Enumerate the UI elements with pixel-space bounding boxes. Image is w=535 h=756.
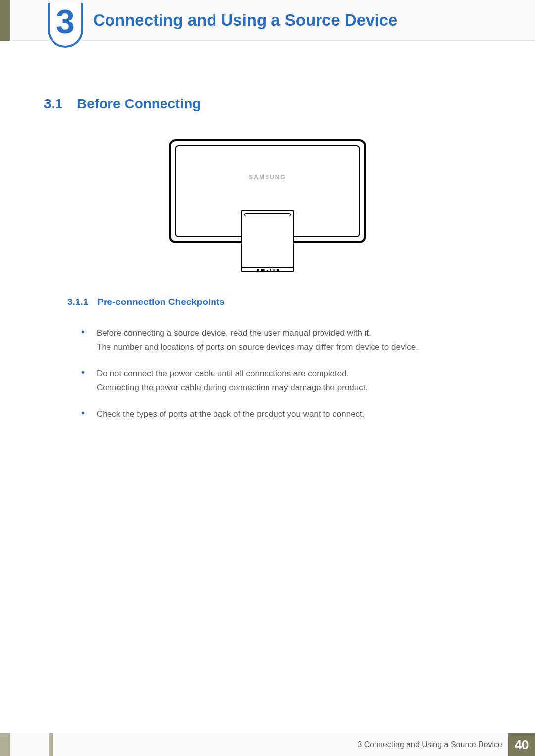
list-item: • Check the types of ports at the back o…: [81, 407, 491, 421]
page-number: 40: [508, 733, 535, 756]
list-item: • Do not connect the power cable until a…: [81, 367, 491, 395]
footer-chapter-text: 3 Connecting and Using a Source Device: [357, 740, 502, 749]
bullet-line-1: Do not connect the power cable until all…: [97, 367, 368, 381]
port-icon: [256, 269, 259, 271]
port-icon: [270, 269, 271, 271]
monitor-stand-wrap: [241, 210, 294, 272]
footer-accent: [0, 733, 10, 756]
bullet-list: • Before connecting a source device, rea…: [44, 326, 491, 421]
bullet-line-1: Check the types of ports at the back of …: [97, 407, 365, 421]
page-header: 3 Connecting and Using a Source Device: [0, 0, 535, 41]
chapter-title: Connecting and Using a Source Device: [93, 11, 397, 30]
list-item: • Before connecting a source device, rea…: [81, 326, 491, 354]
bullet-line-2: The number and locations of ports on sou…: [97, 340, 418, 354]
section-heading: 3.1 Before Connecting: [44, 96, 491, 112]
bullet-line-2: Connecting the power cable during connec…: [97, 381, 368, 395]
section-number: 3.1: [44, 96, 63, 112]
header-accent: [0, 0, 10, 41]
page-footer: 3 Connecting and Using a Source Device 4…: [0, 733, 535, 756]
chapter-number: 3: [56, 4, 75, 38]
port-icon: [261, 269, 265, 271]
subsection-heading: 3.1.1 Pre-connection Checkpoints: [44, 297, 491, 307]
port-icon: [276, 269, 279, 271]
section-title: Before Connecting: [77, 96, 201, 112]
subsection-title: Pre-connection Checkpoints: [97, 297, 225, 307]
bullet-icon: •: [81, 407, 85, 421]
page-content: 3.1 Before Connecting SAMSUNG 3.1.1 Pre-…: [0, 96, 535, 421]
monitor-illustration: SAMSUNG: [169, 139, 366, 272]
chapter-badge: 3: [48, 3, 83, 48]
footer-accent-2: [49, 733, 54, 756]
monitor-base: [241, 268, 294, 272]
port-icon: [273, 269, 275, 271]
port-icon: [267, 269, 268, 271]
monitor-brand-label: SAMSUNG: [249, 174, 286, 181]
bullet-icon: •: [81, 326, 85, 354]
subsection-number: 3.1.1: [67, 297, 88, 307]
monitor-stand-top: [244, 213, 291, 216]
bullet-line-1: Before connecting a source device, read …: [97, 326, 418, 340]
monitor-stand: [241, 210, 294, 268]
bullet-icon: •: [81, 367, 85, 395]
